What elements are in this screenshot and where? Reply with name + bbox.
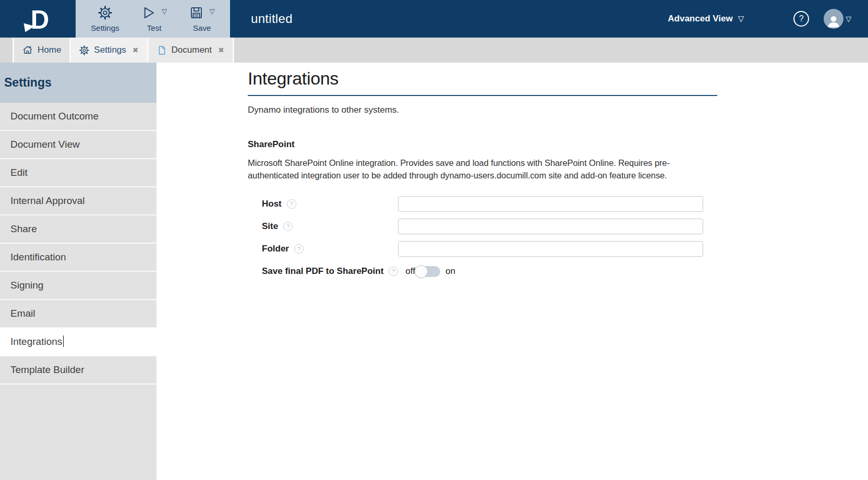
svg-text:D: D (30, 5, 49, 33)
app-window: D (0, 0, 868, 480)
sharepoint-section-description: Microsoft SharePoint Online integration.… (248, 157, 720, 182)
site-input[interactable] (398, 219, 703, 234)
sidebar-item-internal-approval[interactable]: Internal Approval (0, 187, 156, 215)
sidebar-item-identification[interactable]: Identification (0, 244, 156, 272)
settings-toolbar-button[interactable]: Settings (88, 5, 122, 33)
user-avatar[interactable] (824, 9, 843, 29)
tab-document-close-icon[interactable]: ✖ (218, 46, 224, 54)
save-pdf-label: Save final PDF to SharePoint (262, 266, 383, 277)
sidebar-item-edit[interactable]: Edit (0, 159, 156, 187)
home-icon (22, 45, 33, 55)
sidebar-header: Settings (0, 63, 156, 103)
topbar-right-group: Advanced View ▽ ? ▽ (668, 9, 868, 29)
host-input[interactable] (398, 196, 703, 212)
site-help-icon[interactable]: ? (283, 222, 293, 231)
text-cursor (63, 335, 64, 347)
tab-settings-close-icon[interactable]: ✖ (132, 46, 139, 54)
documill-logo-icon: D (19, 5, 57, 33)
tab-bar: Home Settings ✖ (0, 38, 868, 63)
settings-sidebar: Settings Document Outcome Document View … (0, 63, 156, 480)
tab-home-label: Home (38, 45, 61, 55)
sidebar-item-email[interactable]: Email (0, 300, 156, 328)
settings-toolbar-label: Settings (91, 23, 119, 32)
sidebar-item-signing[interactable]: Signing (0, 272, 156, 300)
user-menu-caret[interactable]: ▽ (846, 15, 851, 23)
host-field-row: Host ? (248, 196, 868, 212)
test-toolbar-label: Test (147, 23, 162, 32)
view-mode-label: Advanced View (668, 14, 732, 24)
user-icon (826, 13, 841, 29)
sidebar-item-share[interactable]: Share (0, 215, 156, 244)
save-pdf-toggle-row: Save final PDF to SharePoint ? off on (248, 263, 868, 279)
folder-help-icon[interactable]: ? (294, 244, 304, 254)
save-pdf-help-icon[interactable]: ? (389, 267, 398, 276)
tab-settings-label: Settings (94, 45, 126, 55)
content-row: Settings Document Outcome Document View … (0, 63, 868, 480)
view-mode-selector[interactable]: Advanced View ▽ (668, 14, 744, 24)
tab-document[interactable]: Document ✖ (147, 38, 234, 63)
tab-settings[interactable]: Settings ✖ (69, 38, 147, 63)
sharepoint-section-heading: SharePoint (248, 139, 868, 150)
toggle-on-label: on (445, 266, 455, 277)
top-bar: D (0, 0, 868, 38)
help-button[interactable]: ? (793, 11, 809, 27)
integrations-panel: Integrations Dynamo integrations to othe… (156, 63, 868, 480)
page-subtitle: Dynamo integrations to other systems. (248, 105, 868, 115)
toggle-knob (415, 265, 428, 278)
folder-field-row: Folder ? (248, 241, 868, 257)
site-field-label: Site (262, 221, 278, 232)
page-title: Integrations (248, 68, 717, 96)
save-toolbar-button[interactable]: ▽ Save (186, 5, 218, 33)
gear-icon (79, 45, 89, 55)
save-dropdown-caret[interactable]: ▽ (210, 7, 215, 15)
sidebar-item-integrations-label: Integrations (10, 336, 62, 347)
sidebar-item-document-outcome[interactable]: Document Outcome (0, 103, 156, 131)
document-title: untitled (251, 11, 293, 26)
sharepoint-form: Host ? Site ? Folder ? (248, 196, 868, 279)
site-field-row: Site ? (248, 219, 868, 234)
sidebar-item-document-view[interactable]: Document View (0, 131, 156, 159)
sidebar-item-template-builder[interactable]: Template Builder (0, 356, 156, 385)
toggle-off-label: off (405, 266, 415, 277)
folder-input[interactable] (398, 241, 703, 257)
documill-logo: D (0, 0, 76, 38)
play-icon (141, 6, 155, 22)
test-dropdown-caret[interactable]: ▽ (162, 7, 167, 15)
chevron-down-icon: ▽ (738, 14, 744, 23)
host-help-icon[interactable]: ? (287, 199, 296, 209)
question-mark-icon: ? (799, 14, 804, 23)
sidebar-item-integrations[interactable]: Integrations (0, 328, 156, 356)
test-toolbar-button[interactable]: ▽ Test (138, 5, 170, 33)
save-toolbar-label: Save (193, 23, 211, 32)
host-field-label: Host (262, 199, 282, 209)
tab-home[interactable]: Home (13, 38, 69, 63)
toolbar-panel: Settings ▽ Test (76, 0, 230, 38)
folder-field-label: Folder (262, 244, 289, 254)
tab-document-label: Document (172, 45, 212, 55)
gear-icon (98, 6, 112, 22)
save-icon (189, 6, 203, 22)
save-pdf-toggle[interactable] (416, 266, 440, 277)
document-icon (157, 45, 167, 55)
